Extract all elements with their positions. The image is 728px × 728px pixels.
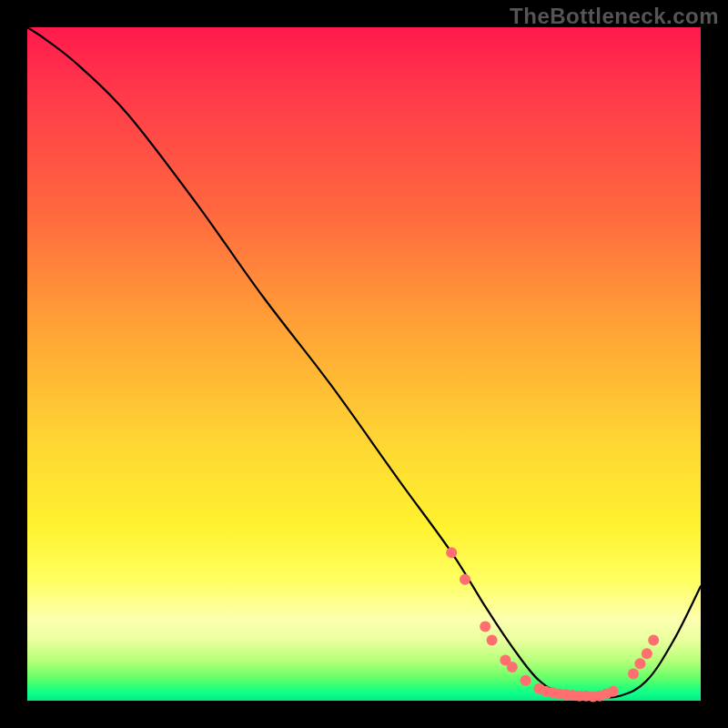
marker-dot [521, 675, 531, 686]
marker-dot [628, 668, 639, 679]
chart-svg [27, 27, 701, 701]
marker-dot [507, 662, 518, 672]
curve-path [27, 27, 701, 698]
marker-group [446, 547, 659, 702]
marker-dot [480, 622, 490, 632]
marker-dot [446, 547, 457, 558]
marker-dot [487, 634, 498, 645]
marker-dot [460, 574, 470, 585]
marker-dot [634, 658, 645, 669]
marker-dot [648, 634, 659, 645]
marker-dot [608, 686, 619, 697]
watermark-text: TheBottleneck.com [510, 4, 719, 29]
marker-dot [642, 648, 652, 659]
plot-area [27, 27, 701, 701]
chart-frame: TheBottleneck.com [0, 0, 728, 728]
